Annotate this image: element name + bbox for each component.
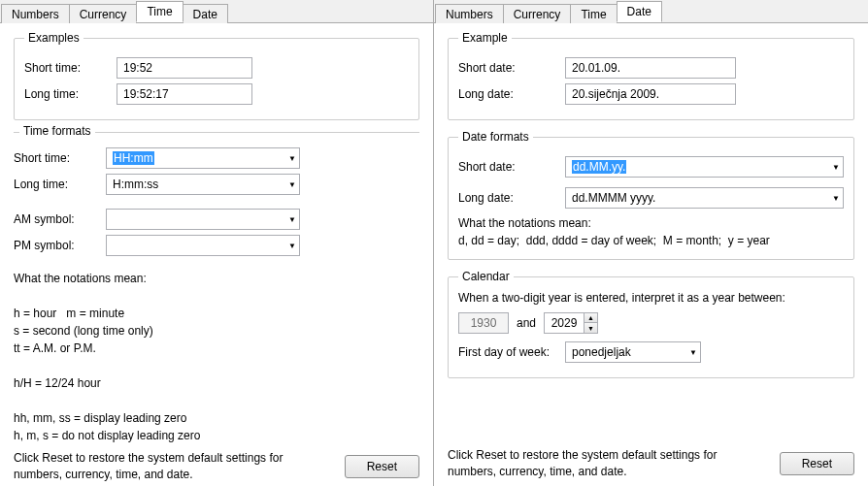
chevron-down-icon: ▼	[285, 180, 299, 189]
short-time-example	[117, 57, 252, 79]
chevron-down-icon: ▼	[829, 163, 843, 172]
long-date-example	[565, 83, 736, 105]
tab-currency[interactable]: Currency	[69, 4, 138, 23]
spinner-up-icon[interactable]: ▲	[584, 313, 597, 323]
footer-text: Click Reset to restore the system defaul…	[14, 450, 345, 483]
examples-legend: Examples	[24, 31, 83, 45]
calendar-legend: Calendar	[458, 270, 514, 283]
chevron-down-icon: ▼	[829, 194, 843, 203]
year-to-spinner[interactable]: ▲ ▼	[544, 312, 598, 334]
tab-currency[interactable]: Currency	[503, 4, 572, 23]
date-notations-notes: What the notations mean: d, dd = day; dd…	[458, 214, 844, 249]
tab-numbers[interactable]: Numbers	[435, 4, 504, 23]
reset-button[interactable]: Reset	[780, 452, 854, 475]
time-formats-group: Time formats Short time: HH:mm ▼ Long ti…	[14, 130, 419, 444]
pm-symbol-label: PM symbol:	[14, 239, 106, 252]
long-time-format-combo[interactable]: H:mm:ss ▼	[106, 174, 300, 195]
short-time-label: Short time:	[24, 61, 117, 75]
tab-time[interactable]: Time	[136, 1, 183, 22]
tab-date[interactable]: Date	[617, 1, 662, 22]
long-date-format-combo[interactable]: dd.MMMM yyyy. ▼	[565, 187, 844, 209]
year-from-input	[458, 312, 509, 334]
date-formats-group: Date formats Short date: dd.MM.yy. ▼ Lon…	[448, 130, 854, 260]
long-time-label: Long time:	[24, 87, 117, 101]
and-label: and	[517, 316, 536, 330]
calendar-group: Calendar When a two-digit year is entere…	[448, 270, 854, 378]
chevron-down-icon: ▼	[285, 242, 299, 250]
calendar-text: When a two-digit year is entered, interp…	[458, 291, 844, 305]
date-formats-legend: Date formats	[458, 130, 533, 144]
first-day-combo[interactable]: ponedjeljak ▼	[565, 341, 701, 363]
spinner-down-icon[interactable]: ▼	[584, 323, 597, 333]
right-tabs: Numbers Currency Time Date	[434, 0, 868, 23]
notations-notes: What the notations mean: h = hour m = mi…	[14, 270, 419, 444]
formats-legend: Time formats	[19, 124, 95, 138]
long-time-example	[117, 83, 252, 105]
example-group: Example Short date: Long date:	[448, 31, 854, 120]
chevron-down-icon: ▼	[285, 154, 299, 163]
footer-text: Click Reset to restore the system defaul…	[448, 447, 780, 480]
reset-button[interactable]: Reset	[345, 455, 419, 478]
example-legend: Example	[458, 31, 512, 45]
year-to-input[interactable]	[545, 314, 584, 332]
short-time-format-combo[interactable]: HH:mm ▼	[106, 147, 300, 169]
left-tabs: Numbers Currency Time Date	[0, 0, 433, 23]
examples-group: Examples Short time: Long time:	[14, 31, 419, 120]
pm-symbol-combo[interactable]: ▼	[106, 235, 300, 256]
tab-date[interactable]: Date	[183, 4, 228, 23]
fmt-short-time-label: Short time:	[14, 151, 106, 165]
short-date-label: Short date:	[458, 61, 565, 75]
short-date-example	[565, 57, 736, 79]
fmt-long-date-label: Long date:	[458, 191, 565, 205]
fmt-short-date-label: Short date:	[458, 160, 565, 174]
tab-numbers[interactable]: Numbers	[1, 4, 70, 23]
chevron-down-icon: ▼	[686, 348, 700, 357]
fmt-long-time-label: Long time:	[14, 178, 106, 191]
chevron-down-icon: ▼	[285, 215, 299, 224]
am-symbol-label: AM symbol:	[14, 212, 106, 226]
tab-time[interactable]: Time	[570, 4, 617, 23]
short-date-format-combo[interactable]: dd.MM.yy. ▼	[565, 156, 844, 178]
first-day-label: First day of week:	[458, 345, 565, 359]
am-symbol-combo[interactable]: ▼	[106, 209, 300, 230]
long-date-label: Long date:	[458, 87, 565, 101]
